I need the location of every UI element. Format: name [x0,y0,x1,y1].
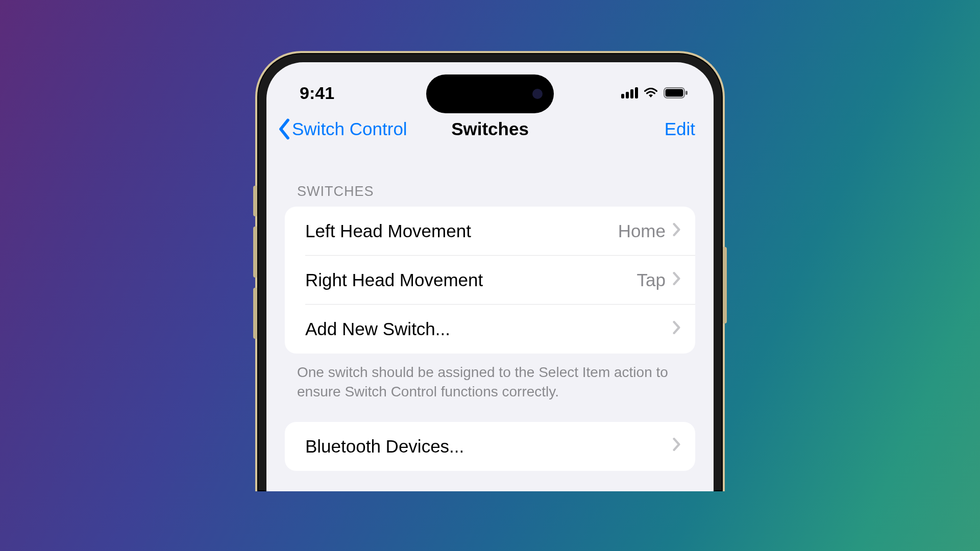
chevron-right-icon [673,321,681,338]
side-button [723,247,727,323]
bluetooth-list-group: Bluetooth Devices... [285,422,695,471]
switches-list-group: Left Head Movement Home Right Head Movem… [285,207,695,354]
navigation-bar: Switch Control Switches Edit [266,108,714,153]
chevron-right-icon [673,438,681,455]
content-area: SWITCHES Left Head Movement Home Right H… [266,153,714,491]
switch-row-left-head[interactable]: Left Head Movement Home [285,207,695,256]
svg-rect-2 [685,91,688,95]
row-label: Right Head Movement [305,270,483,290]
status-icons [621,87,688,98]
row-label: Add New Switch... [305,319,450,339]
row-value: Tap [637,270,666,290]
switch-row-right-head[interactable]: Right Head Movement Tap [285,256,695,305]
svg-rect-1 [666,89,683,97]
row-trailing [673,321,681,338]
page-title: Switches [451,119,529,139]
add-new-switch-row[interactable]: Add New Switch... [285,305,695,354]
row-value: Home [618,221,666,241]
screen: 9:41 [266,62,714,491]
edit-button[interactable]: Edit [665,119,695,139]
chevron-left-icon [277,118,292,140]
row-label: Bluetooth Devices... [305,436,464,457]
section-footer-switches: One switch should be assigned to the Sel… [285,354,695,422]
status-time: 9:41 [300,83,334,103]
chevron-right-icon [673,223,681,240]
row-trailing: Tap [637,270,681,290]
mute-switch [253,186,257,216]
chevron-right-icon [673,272,681,289]
row-trailing: Home [618,221,681,241]
cellular-signal-icon [621,87,638,98]
wifi-icon [643,87,658,98]
section-header-switches: SWITCHES [285,173,695,207]
volume-up-button [253,227,257,278]
phone-frame: 9:41 [255,51,725,491]
row-label: Left Head Movement [305,221,471,241]
dynamic-island [426,74,554,113]
volume-down-button [253,288,257,339]
back-label: Switch Control [292,119,407,139]
row-trailing [673,438,681,455]
bluetooth-devices-row[interactable]: Bluetooth Devices... [285,422,695,471]
back-button[interactable]: Switch Control [277,118,407,140]
battery-icon [664,87,688,98]
